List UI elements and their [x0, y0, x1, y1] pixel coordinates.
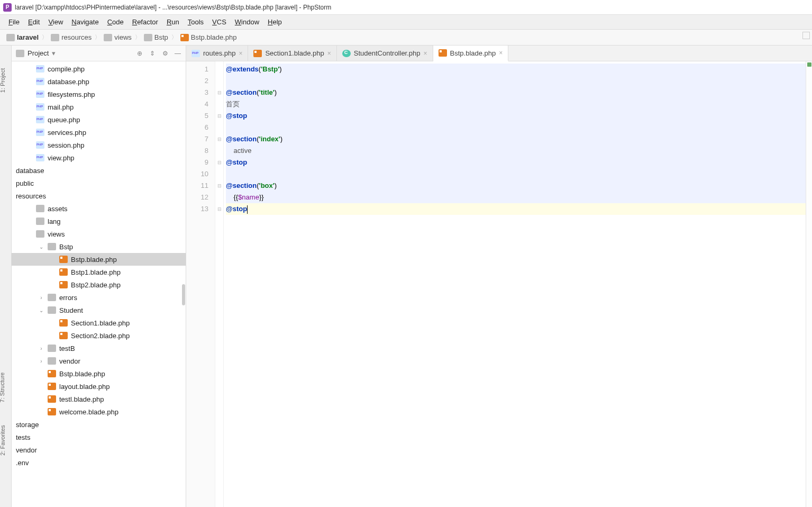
- line-number-gutter: 12345678910111213: [186, 61, 215, 507]
- blade-icon: [59, 319, 68, 327]
- dropdown-icon[interactable]: ▾: [52, 49, 56, 57]
- tree-node-Bstp1-blade-php[interactable]: Bstp1.blade.php: [12, 266, 186, 278]
- code-line-5[interactable]: @stop: [226, 110, 812, 122]
- tree-node-storage[interactable]: storage: [12, 418, 186, 431]
- menu-refactor[interactable]: Refactor: [128, 16, 162, 28]
- menu-vcs[interactable]: VCS: [208, 16, 231, 28]
- close-icon[interactable]: ×: [327, 50, 331, 57]
- breadcrumb-2[interactable]: views: [102, 33, 134, 41]
- tab-Bstp-blade-php[interactable]: Bstp.blade.php×: [433, 46, 509, 61]
- breadcrumb-1[interactable]: resources: [49, 33, 94, 41]
- project-tree[interactable]: compile.phpdatabase.phpfilesystems.phpma…: [12, 61, 186, 507]
- tree-node-Bstp[interactable]: ⌄Bstp: [12, 240, 186, 253]
- tree-label: database: [16, 167, 44, 175]
- tree-node-vendor[interactable]: ›vendor: [12, 355, 186, 367]
- tree-scrollbar[interactable]: [182, 284, 185, 305]
- tree-node-filesystems-php[interactable]: filesystems.php: [12, 88, 186, 101]
- tree-node-layout-blade-php[interactable]: layout.blade.php: [12, 380, 186, 393]
- tree-node-testl-blade-php[interactable]: testl.blade.php: [12, 393, 186, 405]
- tree-node-welcome-blade-php[interactable]: welcome.blade.php: [12, 405, 186, 418]
- tab-Section1-blade-php[interactable]: Section1.blade.php×: [248, 46, 336, 61]
- code-line-12[interactable]: {{$name}}: [226, 192, 812, 203]
- tree-node-session-php[interactable]: session.php: [12, 139, 186, 151]
- folder-icon: [48, 345, 56, 352]
- tree-label: resources: [16, 192, 46, 200]
- menu-code[interactable]: Code: [103, 16, 128, 28]
- toolbar-square-icon[interactable]: [802, 32, 810, 39]
- locate-icon[interactable]: ⊕: [136, 50, 143, 57]
- tree-node-vendor[interactable]: vendor: [12, 443, 186, 456]
- code-editor[interactable]: 12345678910111213 ⊟⊟⊟⊟⊟⊟ @extends('Bstp'…: [186, 61, 812, 507]
- breadcrumb-4[interactable]: Bstp.blade.php: [178, 33, 239, 41]
- menu-window[interactable]: Window: [231, 16, 263, 28]
- tree-node-testB[interactable]: ›testB: [12, 342, 186, 355]
- folder-icon: [48, 243, 56, 250]
- php-icon: [36, 116, 44, 123]
- hide-icon[interactable]: —: [174, 50, 181, 57]
- tree-node-mail-php[interactable]: mail.php: [12, 101, 186, 113]
- tree-label: welcome.blade.php: [59, 408, 118, 416]
- blade-icon: [48, 370, 56, 377]
- code-line-10[interactable]: [226, 168, 812, 180]
- tree-node-queue-php[interactable]: queue.php: [12, 113, 186, 126]
- menu-edit[interactable]: Edit: [24, 16, 44, 28]
- fold-gutter[interactable]: ⊟⊟⊟⊟⊟⊟: [215, 61, 224, 507]
- tree-node-database[interactable]: database: [12, 164, 186, 177]
- code-line-13[interactable]: @stop: [226, 203, 812, 215]
- tree-node-assets[interactable]: assets: [12, 202, 186, 215]
- tree-node-public[interactable]: public: [12, 177, 186, 189]
- tree-label: Student: [59, 306, 83, 314]
- code-line-6[interactable]: [226, 122, 812, 133]
- code-line-11[interactable]: @section('box'): [226, 180, 812, 192]
- tree-node-Bstp2-blade-php[interactable]: Bstp2.blade.php: [12, 278, 186, 291]
- tree-label: testl.blade.php: [59, 395, 104, 403]
- tree-node-views[interactable]: views: [12, 228, 186, 240]
- tree-node-Bstp-blade-php[interactable]: Bstp.blade.php: [12, 253, 186, 266]
- tree-node-Student[interactable]: ⌄Student: [12, 304, 186, 316]
- tree-node-Section2-blade-php[interactable]: Section2.blade.php: [12, 329, 186, 342]
- breadcrumb-3[interactable]: Bstp: [142, 33, 170, 41]
- close-icon[interactable]: ×: [499, 49, 503, 57]
- breadcrumb-0[interactable]: laravel: [4, 33, 41, 41]
- code-line-3[interactable]: @section('title'): [226, 87, 812, 98]
- close-icon[interactable]: ×: [239, 50, 242, 57]
- code-content[interactable]: @extends('Bstp')@section('title')首页@stop…: [224, 61, 812, 507]
- tree-node-tests[interactable]: tests: [12, 431, 186, 443]
- collapse-icon[interactable]: ⇕: [149, 50, 156, 57]
- code-line-1[interactable]: @extends('Bstp'): [226, 64, 812, 75]
- left-tab-favorites[interactable]: 2: Favorites: [0, 425, 6, 455]
- tree-node--env[interactable]: .env: [12, 456, 186, 469]
- chevron-icon: 〉: [171, 33, 177, 41]
- tab-StudentController-php[interactable]: StudentController.php×: [337, 46, 433, 61]
- tree-node-database-php[interactable]: database.php: [12, 75, 186, 88]
- code-line-9[interactable]: @stop: [226, 157, 812, 168]
- tree-node-services-php[interactable]: services.php: [12, 126, 186, 139]
- tree-node-Section1-blade-php[interactable]: Section1.blade.php: [12, 316, 186, 329]
- menu-navigate[interactable]: Navigate: [67, 16, 103, 28]
- tree-node-view-php[interactable]: view.php: [12, 151, 186, 164]
- settings-icon[interactable]: ⚙: [161, 50, 169, 57]
- tree-node-errors[interactable]: ›errors: [12, 291, 186, 304]
- error-stripe[interactable]: [806, 61, 812, 507]
- tree-node-Bstp-blade-php[interactable]: Bstp.blade.php: [12, 367, 186, 380]
- tab-routes-php[interactable]: routes.php×: [186, 46, 248, 61]
- menu-view[interactable]: View: [44, 16, 67, 28]
- menu-run[interactable]: Run: [162, 16, 184, 28]
- tree-node-lang[interactable]: lang: [12, 215, 186, 228]
- sidebar-title: Project: [28, 49, 49, 57]
- menu-help[interactable]: Help: [263, 16, 286, 28]
- menu-tools[interactable]: Tools: [184, 16, 208, 28]
- menu-file[interactable]: File: [4, 16, 24, 28]
- close-icon[interactable]: ×: [424, 50, 427, 57]
- left-tab-project[interactable]: 1: Project: [0, 68, 6, 93]
- php-icon: [36, 90, 44, 98]
- code-line-4[interactable]: 首页: [226, 98, 812, 110]
- code-line-7[interactable]: @section('index'): [226, 133, 812, 145]
- tree-node-resources[interactable]: resources: [12, 189, 186, 202]
- code-line-2[interactable]: [226, 75, 812, 87]
- title-bar: P laravel [D:\xampp\htdocs\PHPintermedia…: [0, 0, 812, 15]
- code-line-8[interactable]: active: [226, 145, 812, 157]
- tree-node-compile-php[interactable]: compile.php: [12, 62, 186, 75]
- left-tab-structure[interactable]: 7: Structure: [0, 373, 5, 403]
- tree-label: layout.blade.php: [59, 383, 110, 391]
